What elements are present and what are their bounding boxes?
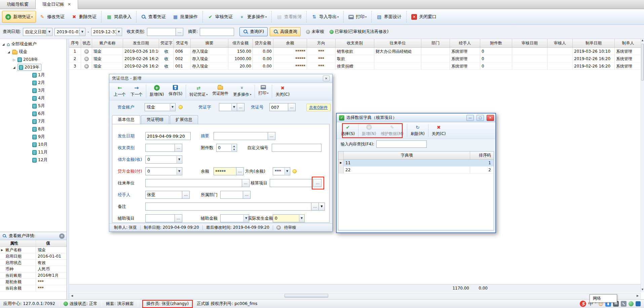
dict-row-2[interactable]: 222 (338, 167, 494, 174)
maximize-icon[interactable]: ▢ (477, 115, 484, 121)
date-to-select[interactable]: 2019-12-31▼ (91, 28, 122, 36)
tray-icon-green[interactable] (629, 301, 634, 306)
main-view-ledger-button[interactable]: ▤查看账簿 (273, 11, 305, 23)
grid-row-3[interactable]: 3现金2019-02-26 16:20收001存入现金20.000.00****… (69, 62, 644, 70)
tree-node-month-1[interactable]: 1月 (0, 71, 67, 79)
category-input[interactable] (145, 144, 175, 152)
tree-node-month-5[interactable]: 5月 (0, 102, 67, 110)
tree-node-month-3[interactable]: 3月 (0, 87, 67, 94)
scroll-left-icon[interactable]: ◀ (69, 294, 75, 297)
remark-picker-button[interactable]: … (311, 203, 319, 211)
close-icon[interactable]: ✕ (487, 115, 494, 121)
main-print-button[interactable]: 打印▾ (345, 11, 370, 23)
column-header-13[interactable]: 部门 (421, 39, 450, 47)
tray-icon-blue[interactable] (636, 301, 641, 306)
remark-input[interactable] (145, 203, 311, 211)
detail-row-5[interactable]: 期初余额*** (0, 279, 67, 285)
spin-up-icon[interactable]: ▲ (232, 144, 236, 148)
accounting-item-picker-button[interactable]: … (314, 179, 321, 187)
aux-item-picker-button[interactable]: … (175, 214, 182, 222)
tab-voucher-detail[interactable]: 凭证明细 (141, 115, 169, 124)
advanced-query-button[interactable]: 高级查询 (270, 27, 301, 36)
sogou-input-icon[interactable]: S (580, 301, 586, 307)
tree-node-2019[interactable]: ◢ 2019年 (0, 63, 67, 71)
date-mode-select[interactable]: 自定义日期▼ (23, 28, 52, 36)
voucher-transfer-voucher-button[interactable]: ⇄转记凭证▾ (187, 84, 210, 99)
grid-row-1[interactable]: 1现金2019-03-26 10:10收006存入现金150.000.00***… (69, 48, 644, 55)
main-audit-voucher-button[interactable]: ✔审核凭证 (204, 11, 236, 23)
tab-basic-info[interactable]: 基本信息 (112, 115, 140, 124)
tree-node-all-accounts[interactable]: ◢ ⌂ 全部现金账户 (0, 40, 67, 48)
department-input[interactable] (220, 191, 243, 199)
close-icon[interactable]: ✕ (323, 76, 330, 81)
actual-amount-input[interactable]: 0▼ (273, 214, 305, 222)
main-import-export-button[interactable]: ⇅导入导出▾ (308, 11, 342, 23)
tree-node-month-6[interactable]: 6月 (0, 110, 67, 118)
main-close-window-button[interactable]: ✕关闭窗口 (408, 11, 440, 23)
aux-item-input[interactable] (145, 214, 175, 222)
column-header-18[interactable]: 制单日期 (573, 39, 615, 47)
column-header-2[interactable]: 账户名称 (92, 39, 123, 47)
voucher-previous-button[interactable]: ←上一个 (111, 84, 128, 99)
voucher-add-voucher-button[interactable]: +新增(N) (147, 84, 166, 99)
column-header-7[interactable]: 借方金额 (228, 39, 253, 47)
voucher-print-voucher-button[interactable]: 打印▾ (256, 84, 271, 99)
scroll-right-icon[interactable]: ▶ (635, 294, 640, 297)
detail-row-4[interactable]: 当前账期2016年1月 (0, 272, 67, 279)
voucher-dialog-titlebar[interactable]: 凭证信息 - 新增 ✕ (109, 74, 332, 83)
scroll-down-icon[interactable]: ▼ (641, 288, 644, 292)
counterparty-input[interactable] (145, 179, 242, 187)
dict-row-1[interactable]: ▶111 (338, 160, 494, 167)
voucher-word-picker-button[interactable]: … (237, 103, 244, 111)
detail-row-3[interactable]: 币种人民币 (0, 266, 67, 272)
summary-picker-button[interactable]: … (268, 132, 275, 140)
spin-down-icon[interactable]: ▼ (232, 148, 236, 151)
detail-row-2[interactable]: 启用状态有效 (0, 260, 67, 266)
custom-no-input[interactable] (272, 144, 321, 152)
department-picker-button[interactable]: … (243, 191, 251, 199)
category-picker-button[interactable]: … (175, 144, 182, 152)
column-header-12[interactable]: 往来单位 (374, 39, 421, 47)
expand-arrow-icon[interactable]: ◢ (1, 43, 5, 46)
tree-node-month-4[interactable]: 4月 (0, 94, 67, 102)
ime-toolbox-icon[interactable] (621, 301, 627, 307)
category-picker-button[interactable]: … (176, 28, 183, 36)
grid-row-2[interactable]: 2现金2019-02-26 16:20收002存入现金1000.000.00**… (69, 55, 644, 62)
column-header-8[interactable]: 贷方金额 (253, 39, 273, 47)
column-header-0[interactable]: 序号 (69, 39, 81, 47)
voucher-close-dialog-button[interactable]: ✖关闭(C) (273, 84, 292, 99)
fund-account-select[interactable]: 现金▼ (145, 103, 176, 111)
tree-node-cash[interactable]: ◢ 现金 (0, 48, 67, 56)
horizontal-scrollbar[interactable]: ◀ ▶ (69, 293, 641, 299)
main-view-voucher-button[interactable]: 查看凭证 (138, 11, 169, 23)
voucher-no-input[interactable] (269, 103, 288, 111)
counterparty-picker-button[interactable]: … (242, 179, 250, 187)
dict-add-dict-button[interactable]: +新增(N) (359, 123, 378, 138)
expand-arrow-icon[interactable]: ◢ (12, 66, 16, 69)
tree-node-2018[interactable]: ▷ 2018年 (0, 56, 67, 63)
summary-input[interactable] (214, 132, 268, 140)
dict-maintain-data-button[interactable]: ✎维护数据(M) (378, 123, 406, 138)
attach-count-stepper[interactable]: 0▲▼ (216, 144, 237, 152)
voucher-more-operations-button[interactable]: »更多操作▾ (231, 84, 254, 99)
column-header-5[interactable]: 凭证号 (174, 39, 191, 47)
column-header-6[interactable]: 摘要 (191, 39, 228, 47)
handler-picker-button[interactable]: … (182, 191, 190, 199)
expand-arrow-icon[interactable]: ◢ (7, 50, 11, 54)
tree-node-month-11[interactable]: 11月 (0, 148, 67, 156)
voucher-word-select[interactable]: ▼ (219, 103, 237, 111)
main-ui-design-button[interactable]: ▧界面设计 (373, 11, 405, 23)
credit-amount-input[interactable]: 0▼ (145, 167, 182, 175)
scroll-up-icon[interactable]: ▲ (641, 39, 644, 43)
column-header-17[interactable]: 审核人 (547, 39, 573, 47)
balance-picker-button[interactable]: … (236, 167, 244, 175)
scrollbar-thumb[interactable] (285, 294, 328, 298)
aux-amount-input[interactable]: ▼ (220, 214, 249, 222)
dict-refresh-button[interactable]: ↻刷新(R) (408, 123, 427, 138)
date-input[interactable] (145, 132, 191, 140)
voucher-voucher-attachment-button[interactable]: 凭证附件 (210, 84, 231, 99)
detail-row-6[interactable]: 当前余额*** (0, 285, 67, 292)
column-header-11[interactable]: 收支类别 (336, 39, 374, 47)
column-header-19[interactable]: 制单人 (615, 39, 642, 47)
accounting-item-input[interactable] (270, 179, 313, 187)
